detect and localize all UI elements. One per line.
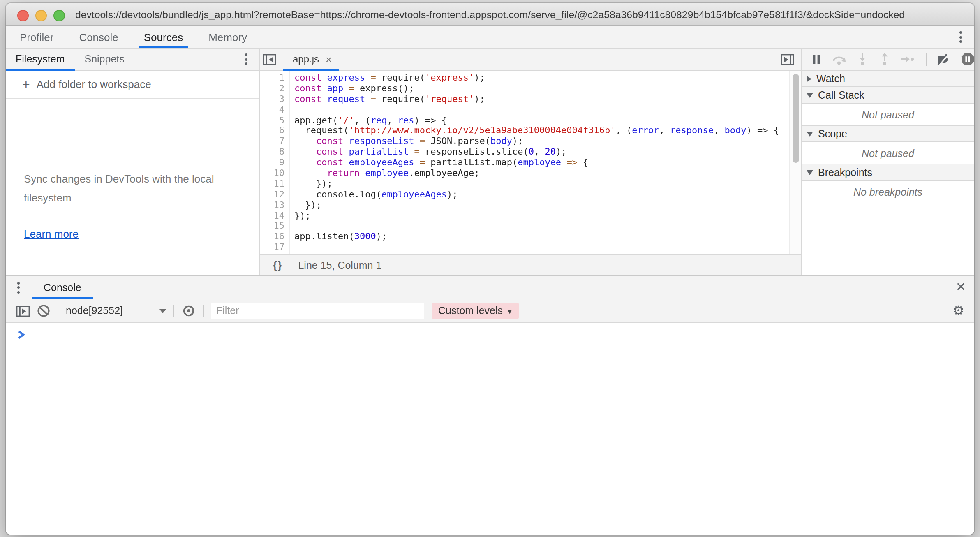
console-prompt-icon xyxy=(17,330,25,340)
custom-levels-label: Custom levels xyxy=(438,305,503,317)
execution-context-dropdown[interactable]: node[92552] xyxy=(66,305,166,317)
editor-status-bar: {} Line 15, Column 1 xyxy=(260,254,801,275)
custom-levels-arrow-icon: ▾ xyxy=(508,306,512,315)
section-label: Scope xyxy=(818,128,847,139)
step-into-icon[interactable] xyxy=(857,53,868,66)
chevron-down-icon xyxy=(807,93,813,97)
pause-on-exceptions-icon[interactable] xyxy=(961,53,974,66)
main-menu-kebab-icon[interactable] xyxy=(955,30,966,44)
toolbar-divider xyxy=(203,305,204,317)
tab-memory[interactable]: Memory xyxy=(197,26,259,48)
sync-description: Sync changes in DevTools with the local … xyxy=(24,169,229,207)
step-out-icon[interactable] xyxy=(879,53,890,66)
chevron-down-icon xyxy=(807,170,813,175)
section-label: Breakpoints xyxy=(818,167,872,178)
desktop: devtools://devtools/bundled/js_app.html?… xyxy=(0,0,980,537)
gutter[interactable]: 1234567891011121314151617 xyxy=(260,71,290,254)
editor-tab-appjs[interactable]: app.js × xyxy=(283,49,338,70)
deactivate-breakpoints-icon[interactable] xyxy=(937,53,950,65)
custom-levels-dropdown[interactable]: Custom levels ▾ xyxy=(432,303,518,319)
tab-console[interactable]: Console xyxy=(67,26,129,48)
toggle-navigator-icon[interactable] xyxy=(260,49,280,70)
close-tab-icon[interactable]: × xyxy=(326,53,332,65)
zoom-window-button[interactable] xyxy=(53,9,65,21)
console-filter-input[interactable] xyxy=(211,303,424,319)
editor-scrollbar[interactable] xyxy=(789,71,801,254)
learn-more-link[interactable]: Learn more xyxy=(24,228,79,240)
console-menu-kebab-icon[interactable] xyxy=(12,281,24,294)
console-drawer: Console ✕ node[92552] xyxy=(6,275,974,535)
sources-panel: Filesystem Snippets + Add folder to work… xyxy=(6,49,974,275)
window-title: devtools://devtools/bundled/js_app.html?… xyxy=(75,9,905,20)
chevron-right-icon xyxy=(807,75,811,82)
tab-filesystem[interactable]: Filesystem xyxy=(6,49,74,70)
section-label: Watch xyxy=(816,73,845,84)
toolbar-divider xyxy=(173,305,174,317)
tab-profiler[interactable]: Profiler xyxy=(8,26,65,48)
navigator-tab-bar: Filesystem Snippets xyxy=(6,49,259,71)
console-messages[interactable] xyxy=(6,323,974,535)
add-folder-label: Add folder to workspace xyxy=(37,78,151,90)
close-drawer-icon[interactable]: ✕ xyxy=(956,280,966,294)
section-watch[interactable]: Watch xyxy=(802,71,974,87)
clear-console-icon[interactable] xyxy=(37,304,50,317)
editor-scrollbar-thumb[interactable] xyxy=(792,74,799,163)
editor-tab-label: app.js xyxy=(293,53,319,65)
section-breakpoints[interactable]: Breakpoints xyxy=(802,164,974,181)
live-expression-eye-icon[interactable] xyxy=(182,304,196,317)
dropdown-arrow-icon xyxy=(159,309,166,313)
tab-console-drawer[interactable]: Console xyxy=(32,276,93,299)
console-toolbar: node[92552] Custom levels ▾ ⚙ xyxy=(6,299,974,323)
console-sidebar-icon[interactable] xyxy=(16,306,30,316)
editor-tab-bar: app.js × xyxy=(260,49,801,71)
code-editor[interactable]: 1234567891011121314151617 const express … xyxy=(260,71,801,254)
call-stack-message: Not paused xyxy=(802,104,974,126)
editor-column: app.js × 12345678910 xyxy=(260,49,801,275)
execution-context-value: node[92552] xyxy=(66,305,123,317)
add-folder-button[interactable]: + Add folder to workspace xyxy=(6,71,259,99)
step-over-icon[interactable] xyxy=(832,53,846,65)
traffic-lights xyxy=(17,9,65,21)
minimize-window-button[interactable] xyxy=(35,9,47,21)
main-tab-bar: Profiler Console Sources Memory xyxy=(6,26,974,49)
section-label: Call Stack xyxy=(818,89,864,101)
breakpoints-message: No breakpoints xyxy=(802,181,974,203)
cursor-position: Line 15, Column 1 xyxy=(298,259,381,271)
console-tab-label: Console xyxy=(44,282,81,293)
section-scope[interactable]: Scope xyxy=(802,125,974,142)
section-call-stack[interactable]: Call Stack xyxy=(802,86,974,104)
toolbar-divider xyxy=(926,53,927,65)
tab-sources[interactable]: Sources xyxy=(132,26,194,48)
scope-message: Not paused xyxy=(802,142,974,164)
console-settings-gear-icon[interactable]: ⚙ xyxy=(952,304,964,317)
devtools-window: devtools://devtools/bundled/js_app.html?… xyxy=(6,3,974,535)
chevron-down-icon xyxy=(807,131,813,136)
pause-script-icon[interactable] xyxy=(811,53,821,65)
close-window-button[interactable] xyxy=(17,9,29,21)
navigator-sidebar: Filesystem Snippets + Add folder to work… xyxy=(6,49,260,275)
pretty-print-icon[interactable]: {} xyxy=(273,259,282,271)
navigator-kebab-icon[interactable] xyxy=(240,53,252,66)
plus-icon: + xyxy=(22,78,30,91)
toolbar-divider xyxy=(944,305,945,317)
debugger-sidebar: Watch Call Stack Not paused Scope Not pa… xyxy=(801,49,974,275)
toolbar-divider xyxy=(58,305,58,317)
step-icon[interactable] xyxy=(901,53,915,65)
title-bar: devtools://devtools/bundled/js_app.html?… xyxy=(6,3,974,26)
debugger-toolbar xyxy=(802,49,974,71)
console-header: Console ✕ xyxy=(6,276,974,299)
code-lines[interactable]: const express = require('express');const… xyxy=(290,71,801,254)
toggle-debugger-sidebar-icon[interactable] xyxy=(778,54,797,65)
tab-snippets[interactable]: Snippets xyxy=(74,49,134,70)
